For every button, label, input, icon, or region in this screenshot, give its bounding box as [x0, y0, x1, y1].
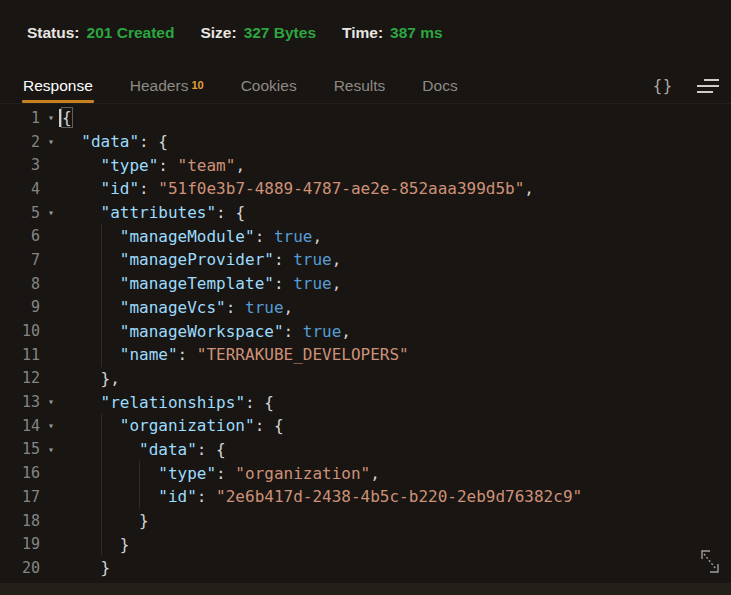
code-token: "type" [101, 156, 159, 175]
code-line: 4"id": "51f0e3b7-4889-4787-ae2e-852aaa39… [0, 177, 731, 201]
code-token: "organization" [235, 464, 370, 483]
menu-icon[interactable] [697, 79, 719, 93]
tab-label: Cookies [241, 77, 297, 95]
code-line: 8"manageTemplate": true, [0, 272, 731, 296]
code-line-content[interactable]: "type": "team", [62, 153, 731, 177]
code-line-content[interactable]: "data": { [62, 130, 731, 154]
code-token: "manageProvider" [120, 250, 274, 269]
indent-guide [101, 248, 102, 272]
code-line-content[interactable]: "manageModule": true, [62, 224, 731, 248]
code-line-content[interactable]: } [62, 556, 731, 580]
status-label: Status: [27, 24, 80, 42]
expand-icon[interactable] [695, 545, 725, 579]
code-token: : [226, 298, 245, 317]
indent-guide [101, 296, 102, 320]
line-number: 18 [10, 512, 40, 530]
fold-arrow-icon[interactable]: ▾ [40, 438, 62, 462]
code-line: 7"manageProvider": true, [0, 248, 731, 272]
tab-results[interactable]: Results [334, 68, 386, 103]
line-number: 16 [10, 464, 40, 482]
tab-docs[interactable]: Docs [422, 68, 457, 103]
code-line: 9"manageVcs": true, [0, 296, 731, 320]
code-line: 3"type": "team", [0, 153, 731, 177]
code-line-content[interactable]: { [62, 106, 731, 130]
line-number: 12 [10, 369, 40, 387]
code-token: "name" [120, 345, 178, 364]
line-number: 3 [10, 156, 40, 174]
code-line-content[interactable]: } [62, 532, 731, 556]
fold-arrow-icon[interactable]: ▾ [40, 414, 62, 438]
line-number: 15 [10, 440, 40, 458]
line-number: 14 [10, 417, 40, 435]
code-token: : [197, 487, 216, 506]
code-line-content[interactable]: "manageWorkspace": true, [62, 319, 731, 343]
tab-response[interactable]: Response [23, 68, 93, 103]
code-token: : [284, 322, 303, 341]
code-line-content[interactable]: "id": "51f0e3b7-4889-4787-ae2e-852aaa399… [62, 177, 731, 201]
code-token: , [524, 179, 534, 198]
code-token: , [235, 156, 245, 175]
code-area[interactable]: 1▾{2▾"data": {3"type": "team",4"id": "51… [0, 106, 731, 582]
indent-guide [101, 343, 102, 367]
code-line-content[interactable]: "attributes": { [62, 201, 731, 225]
code-line: 19} [0, 532, 731, 556]
indent-guide [101, 485, 102, 509]
code-token: , [312, 227, 322, 246]
code-token: "id" [101, 179, 140, 198]
code-line: 17"id": "2e6b417d-2438-4b5c-b220-2eb9d76… [0, 485, 731, 509]
status-item: Time:387 ms [342, 24, 443, 42]
line-number: 7 [10, 251, 40, 269]
fold-arrow-icon[interactable]: ▾ [40, 201, 62, 225]
code-token: true [274, 227, 313, 246]
code-line-content[interactable]: "manageProvider": true, [62, 248, 731, 272]
code-token: : { [216, 203, 245, 222]
line-number: 5 [10, 204, 40, 222]
code-line-content[interactable]: "name": "TERRAKUBE_DEVELOPERS" [62, 343, 731, 367]
tab-cookies[interactable]: Cookies [241, 68, 297, 103]
code-line: 13▾"relationships": { [0, 390, 731, 414]
code-token: true [293, 274, 332, 293]
code-token: true [303, 322, 342, 341]
indent-guide [101, 414, 102, 438]
code-line: 6"manageModule": true, [0, 224, 731, 248]
line-number: 19 [10, 535, 40, 553]
code-token: "TERRAKUBE_DEVELOPERS" [197, 345, 409, 364]
code-line-content[interactable]: "id": "2e6b417d-2438-4b5c-b220-2eb9d7638… [62, 485, 731, 509]
indent-guide [101, 272, 102, 296]
code-line-content[interactable]: "organization": { [62, 414, 731, 438]
code-line-content[interactable]: "data": { [62, 438, 731, 462]
code-line-content[interactable]: "manageTemplate": true, [62, 272, 731, 296]
tab-label: Docs [422, 77, 457, 95]
code-token: , [332, 274, 342, 293]
code-token: }, [101, 369, 120, 388]
code-line: 11"name": "TERRAKUBE_DEVELOPERS" [0, 343, 731, 367]
code-token: } [101, 558, 111, 577]
status-label: Size: [200, 24, 236, 42]
code-token: "2e6b417d-2438-4b5c-b220-2eb9d76382c9" [216, 487, 582, 506]
code-token: : { [255, 416, 284, 435]
indent-guide [101, 319, 102, 343]
fold-arrow-icon[interactable]: ▾ [40, 390, 62, 414]
indent-guide [101, 532, 102, 556]
code-token: "manageVcs" [120, 298, 226, 317]
text-cursor [59, 109, 61, 127]
indent-guide [101, 461, 102, 485]
line-number: 11 [10, 346, 40, 364]
code-line-content[interactable]: }, [62, 367, 731, 391]
code-token: { [62, 108, 72, 127]
code-line-content[interactable]: } [62, 509, 731, 533]
code-line: 14▾"organization": { [0, 414, 731, 438]
tab-badge: 10 [191, 79, 203, 91]
status-value: 387 ms [390, 24, 443, 42]
status-item: Size:327 Bytes [200, 24, 316, 42]
format-json-icon[interactable]: {} [653, 77, 673, 95]
code-line-content[interactable]: "manageVcs": true, [62, 296, 731, 320]
code-token: true [293, 250, 332, 269]
fold-arrow-icon[interactable]: ▾ [40, 130, 62, 154]
code-token: : { [139, 132, 168, 151]
indent-guide [101, 509, 102, 533]
code-token: "data" [81, 132, 139, 151]
code-line-content[interactable]: "relationships": { [62, 390, 731, 414]
tab-headers[interactable]: Headers10 [130, 68, 204, 103]
code-line-content[interactable]: "type": "organization", [62, 461, 731, 485]
